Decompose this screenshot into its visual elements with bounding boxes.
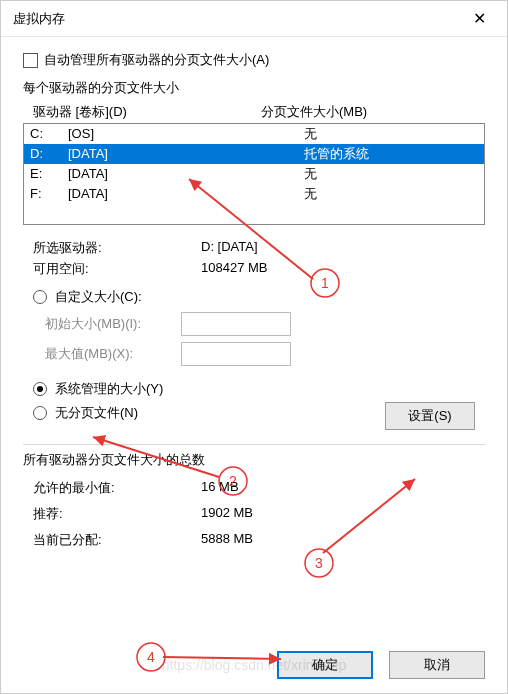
currently-allocated-label: 当前已分配:: [33, 531, 201, 549]
close-icon: ✕: [473, 9, 486, 28]
max-size-label: 最大值(MB)(X):: [45, 345, 171, 363]
totals-section-label: 所有驱动器分页文件大小的总数: [23, 451, 485, 469]
auto-manage-label: 自动管理所有驱动器的分页文件大小(A): [44, 51, 269, 69]
drive-row[interactable]: D:[DATA]托管的系统: [24, 144, 484, 164]
drive-letter: C:: [30, 124, 68, 144]
drive-letter: F:: [30, 184, 68, 204]
available-space-label: 可用空间:: [33, 260, 201, 278]
drive-list[interactable]: C:[OS]无D:[DATA]托管的系统E:[DATA]无F:[DATA]无: [23, 123, 485, 225]
window-title: 虚拟内存: [13, 10, 65, 28]
header-size: 分页文件大小(MB): [261, 103, 485, 121]
drive-pagefile-size: 无: [304, 184, 484, 204]
cancel-button[interactable]: 取消: [389, 651, 485, 679]
virtual-memory-dialog: 虚拟内存 ✕ 自动管理所有驱动器的分页文件大小(A) 每个驱动器的分页文件大小 …: [0, 0, 508, 694]
radio-system-managed[interactable]: 系统管理的大小(Y): [33, 380, 485, 398]
divider: [23, 444, 485, 445]
drive-label: [DATA]: [68, 144, 304, 164]
radio-icon: [33, 406, 47, 420]
drive-pagefile-size: 无: [304, 164, 484, 184]
drive-label: [OS]: [68, 124, 304, 144]
available-space-value: 108427 MB: [201, 260, 268, 278]
min-allowed-value: 16 MB: [201, 479, 239, 497]
drive-label: [DATA]: [68, 184, 304, 204]
drive-row[interactable]: C:[OS]无: [24, 124, 484, 144]
initial-size-label: 初始大小(MB)(I):: [45, 315, 171, 333]
max-size-input[interactable]: [181, 342, 291, 366]
recommended-value: 1902 MB: [201, 505, 253, 523]
titlebar: 虚拟内存 ✕: [1, 1, 507, 37]
drive-letter: D:: [30, 144, 68, 164]
drive-row[interactable]: E:[DATA]无: [24, 164, 484, 184]
dialog-body: 自动管理所有驱动器的分页文件大小(A) 每个驱动器的分页文件大小 驱动器 [卷标…: [1, 37, 507, 564]
drive-pagefile-size: 托管的系统: [304, 144, 484, 164]
initial-size-input[interactable]: [181, 312, 291, 336]
set-button[interactable]: 设置(S): [385, 402, 475, 430]
cancel-button-label: 取消: [424, 656, 450, 674]
annotation-4: 4: [147, 649, 155, 665]
max-size-row: 最大值(MB)(X):: [45, 342, 485, 366]
initial-size-row: 初始大小(MB)(I):: [45, 312, 485, 336]
radio-icon: [33, 290, 47, 304]
recommended-label: 推荐:: [33, 505, 201, 523]
drive-label: [DATA]: [68, 164, 304, 184]
set-button-label: 设置(S): [408, 407, 451, 425]
radio-none-label: 无分页文件(N): [55, 404, 138, 422]
radio-custom-size[interactable]: 自定义大小(C):: [33, 288, 485, 306]
drive-list-headers: 驱动器 [卷标](D) 分页文件大小(MB): [33, 103, 485, 121]
selected-drive-label: 所选驱动器:: [33, 239, 201, 257]
selected-drive-value: D: [DATA]: [201, 239, 258, 257]
drive-row[interactable]: F:[DATA]无: [24, 184, 484, 204]
close-button[interactable]: ✕: [459, 4, 499, 34]
drive-letter: E:: [30, 164, 68, 184]
currently-allocated-value: 5888 MB: [201, 531, 253, 549]
radio-icon: [33, 382, 47, 396]
radio-custom-label: 自定义大小(C):: [55, 288, 142, 306]
radio-system-label: 系统管理的大小(Y): [55, 380, 163, 398]
header-drive: 驱动器 [卷标](D): [33, 103, 261, 121]
checkbox-icon: [23, 53, 38, 68]
min-allowed-label: 允许的最小值:: [33, 479, 201, 497]
per-drive-section-label: 每个驱动器的分页文件大小: [23, 79, 485, 97]
drive-pagefile-size: 无: [304, 124, 484, 144]
watermark: https://blog.csdn.net/xrinosvip: [162, 657, 346, 673]
auto-manage-checkbox[interactable]: 自动管理所有驱动器的分页文件大小(A): [23, 51, 485, 69]
